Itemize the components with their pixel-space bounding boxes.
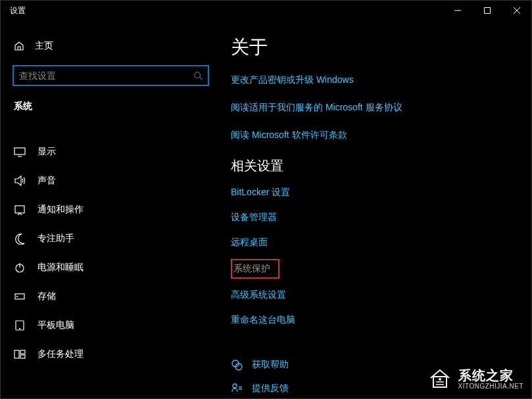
svg-point-8 xyxy=(20,329,20,329)
minimize-button[interactable] xyxy=(443,1,472,20)
related-device-manager[interactable]: 设备管理器 xyxy=(231,212,277,223)
related-rename-pc[interactable]: 重命名这台电脑 xyxy=(231,314,295,326)
link-license-terms[interactable]: 阅读 Microsoft 软件许可条款 xyxy=(231,129,518,141)
sidebar-item-label: 专注助手 xyxy=(37,233,74,245)
support-label: 获取帮助 xyxy=(252,359,289,371)
moon-icon xyxy=(14,233,26,245)
sound-icon xyxy=(14,175,26,187)
sidebar-item-label: 显示 xyxy=(37,146,56,158)
sidebar-item-label: 多任务处理 xyxy=(37,348,84,360)
related-system-protection[interactable]: 系统保护 xyxy=(233,263,270,275)
window-titlebar: 设置 xyxy=(1,1,531,20)
support-feedback[interactable]: 提供反馈 xyxy=(231,383,518,394)
svg-rect-10 xyxy=(20,350,25,354)
sidebar-item-label: 存储 xyxy=(37,291,56,302)
home-label: 主页 xyxy=(35,40,53,52)
svg-rect-11 xyxy=(20,355,25,358)
minimize-icon xyxy=(454,7,461,14)
link-product-key[interactable]: 更改产品密钥或升级 Windows xyxy=(231,74,518,86)
support-label: 提供反馈 xyxy=(252,383,289,394)
close-button[interactable] xyxy=(502,1,531,20)
sidebar-item-label: 电源和睡眠 xyxy=(37,262,84,273)
sidebar-item-storage[interactable]: 存储 xyxy=(1,282,221,311)
sidebar-item-display[interactable]: 显示 xyxy=(1,137,221,166)
highlight-system-protection: 系统保护 xyxy=(231,259,279,279)
svg-rect-0 xyxy=(484,8,490,14)
svg-point-6 xyxy=(17,296,18,297)
home-icon xyxy=(14,41,24,51)
maximize-icon xyxy=(484,7,491,14)
related-advanced-system[interactable]: 高级系统设置 xyxy=(231,289,286,301)
svg-rect-9 xyxy=(14,350,19,358)
related-heading: 相关设置 xyxy=(231,157,518,175)
notification-icon xyxy=(14,204,26,216)
sidebar-item-power[interactable]: 电源和睡眠 xyxy=(1,253,221,282)
page-title: 关于 xyxy=(231,35,518,60)
svg-rect-3 xyxy=(15,206,24,213)
home-nav[interactable]: 主页 xyxy=(1,34,221,59)
link-service-agreement[interactable]: 阅读适用于我们服务的 Microsoft 服务协议 xyxy=(231,102,518,114)
sidebar-item-multitask[interactable]: 多任务处理 xyxy=(1,340,221,369)
svg-rect-2 xyxy=(14,148,25,154)
sidebar-item-tablet[interactable]: 平板电脑 xyxy=(1,311,221,340)
search-icon xyxy=(193,71,203,80)
search-box[interactable] xyxy=(12,65,209,86)
sidebar-item-label: 平板电脑 xyxy=(37,319,74,331)
svg-point-1 xyxy=(195,72,201,78)
help-icon xyxy=(231,359,243,371)
section-label: 系统 xyxy=(1,91,221,119)
window-controls xyxy=(443,1,531,20)
sidebar-item-label: 声音 xyxy=(37,175,56,187)
main-panel: 关于 更改产品密钥或升级 Windows 阅读适用于我们服务的 Microsof… xyxy=(221,20,531,398)
storage-icon xyxy=(14,291,26,302)
search-input[interactable] xyxy=(19,70,193,81)
window-title: 设置 xyxy=(10,5,26,16)
sidebar-item-focus[interactable]: 专注助手 xyxy=(1,224,221,253)
sidebar: 主页 系统 显示 声音 xyxy=(1,20,221,398)
related-bitlocker[interactable]: BitLocker 设置 xyxy=(231,187,290,199)
close-icon xyxy=(514,7,520,14)
support-get-help[interactable]: 获取帮助 xyxy=(231,359,518,371)
sidebar-item-label: 通知和操作 xyxy=(37,204,84,216)
sidebar-item-sound[interactable]: 声音 xyxy=(1,166,221,195)
related-remote-desktop[interactable]: 远程桌面 xyxy=(231,237,268,248)
feedback-icon xyxy=(231,383,243,394)
tablet-icon xyxy=(14,319,26,331)
sidebar-item-notifications[interactable]: 通知和操作 xyxy=(1,195,221,224)
nav-list: 显示 声音 通知和操作 专注助手 电源和睡眠 xyxy=(1,137,221,369)
multitask-icon xyxy=(14,348,26,360)
maximize-button[interactable] xyxy=(472,1,502,20)
display-icon xyxy=(14,146,26,158)
svg-point-14 xyxy=(233,384,237,388)
power-icon xyxy=(14,262,26,273)
